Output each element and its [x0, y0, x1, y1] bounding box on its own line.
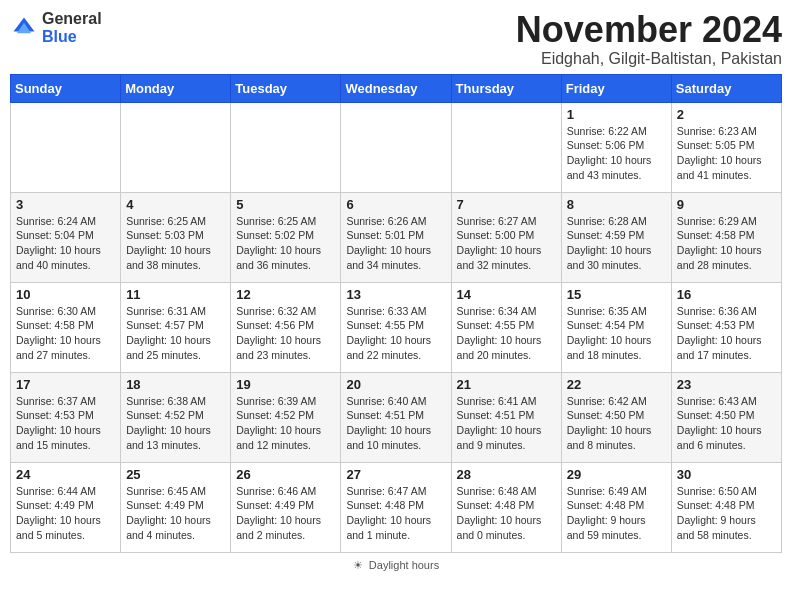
day-number: 12: [236, 287, 335, 302]
calendar-cell: 9Sunrise: 6:29 AM Sunset: 4:58 PM Daylig…: [671, 192, 781, 282]
logo-general: General: [42, 10, 102, 28]
day-number: 21: [457, 377, 556, 392]
logo: General Blue: [10, 10, 102, 45]
calendar-cell: 11Sunrise: 6:31 AM Sunset: 4:57 PM Dayli…: [121, 282, 231, 372]
calendar-cell: 14Sunrise: 6:34 AM Sunset: 4:55 PM Dayli…: [451, 282, 561, 372]
calendar-cell: [11, 102, 121, 192]
calendar-cell: 7Sunrise: 6:27 AM Sunset: 5:00 PM Daylig…: [451, 192, 561, 282]
calendar-cell: 5Sunrise: 6:25 AM Sunset: 5:02 PM Daylig…: [231, 192, 341, 282]
calendar-cell: 10Sunrise: 6:30 AM Sunset: 4:58 PM Dayli…: [11, 282, 121, 372]
calendar-cell: [121, 102, 231, 192]
calendar-cell: 24Sunrise: 6:44 AM Sunset: 4:49 PM Dayli…: [11, 462, 121, 552]
calendar-cell: 16Sunrise: 6:36 AM Sunset: 4:53 PM Dayli…: [671, 282, 781, 372]
calendar-cell: 20Sunrise: 6:40 AM Sunset: 4:51 PM Dayli…: [341, 372, 451, 462]
day-info: Sunrise: 6:24 AM Sunset: 5:04 PM Dayligh…: [16, 214, 115, 273]
title-block: November 2024 Eidghah, Gilgit-Baltistan,…: [516, 10, 782, 68]
day-number: 22: [567, 377, 666, 392]
day-number: 3: [16, 197, 115, 212]
day-number: 28: [457, 467, 556, 482]
day-info: Sunrise: 6:39 AM Sunset: 4:52 PM Dayligh…: [236, 394, 335, 453]
calendar-cell: 15Sunrise: 6:35 AM Sunset: 4:54 PM Dayli…: [561, 282, 671, 372]
calendar-week-row: 17Sunrise: 6:37 AM Sunset: 4:53 PM Dayli…: [11, 372, 782, 462]
day-info: Sunrise: 6:33 AM Sunset: 4:55 PM Dayligh…: [346, 304, 445, 363]
calendar-cell: 27Sunrise: 6:47 AM Sunset: 4:48 PM Dayli…: [341, 462, 451, 552]
calendar-cell: [451, 102, 561, 192]
day-info: Sunrise: 6:35 AM Sunset: 4:54 PM Dayligh…: [567, 304, 666, 363]
calendar-cell: [231, 102, 341, 192]
day-info: Sunrise: 6:22 AM Sunset: 5:06 PM Dayligh…: [567, 124, 666, 183]
day-number: 7: [457, 197, 556, 212]
day-number: 5: [236, 197, 335, 212]
day-number: 11: [126, 287, 225, 302]
day-number: 27: [346, 467, 445, 482]
calendar-table: SundayMondayTuesdayWednesdayThursdayFrid…: [10, 74, 782, 553]
calendar-week-row: 1Sunrise: 6:22 AM Sunset: 5:06 PM Daylig…: [11, 102, 782, 192]
day-number: 10: [16, 287, 115, 302]
location: Eidghah, Gilgit-Baltistan, Pakistan: [516, 50, 782, 68]
calendar-cell: 26Sunrise: 6:46 AM Sunset: 4:49 PM Dayli…: [231, 462, 341, 552]
day-number: 17: [16, 377, 115, 392]
day-header-thursday: Thursday: [451, 74, 561, 102]
calendar-week-row: 24Sunrise: 6:44 AM Sunset: 4:49 PM Dayli…: [11, 462, 782, 552]
day-info: Sunrise: 6:28 AM Sunset: 4:59 PM Dayligh…: [567, 214, 666, 273]
day-number: 20: [346, 377, 445, 392]
day-info: Sunrise: 6:46 AM Sunset: 4:49 PM Dayligh…: [236, 484, 335, 543]
calendar-week-row: 3Sunrise: 6:24 AM Sunset: 5:04 PM Daylig…: [11, 192, 782, 282]
calendar-header-row: SundayMondayTuesdayWednesdayThursdayFrid…: [11, 74, 782, 102]
logo-icon: [10, 14, 38, 42]
calendar-cell: 25Sunrise: 6:45 AM Sunset: 4:49 PM Dayli…: [121, 462, 231, 552]
day-info: Sunrise: 6:29 AM Sunset: 4:58 PM Dayligh…: [677, 214, 776, 273]
calendar-cell: 8Sunrise: 6:28 AM Sunset: 4:59 PM Daylig…: [561, 192, 671, 282]
calendar-cell: 17Sunrise: 6:37 AM Sunset: 4:53 PM Dayli…: [11, 372, 121, 462]
day-info: Sunrise: 6:26 AM Sunset: 5:01 PM Dayligh…: [346, 214, 445, 273]
calendar-cell: 13Sunrise: 6:33 AM Sunset: 4:55 PM Dayli…: [341, 282, 451, 372]
day-info: Sunrise: 6:44 AM Sunset: 4:49 PM Dayligh…: [16, 484, 115, 543]
day-number: 13: [346, 287, 445, 302]
day-number: 6: [346, 197, 445, 212]
day-number: 2: [677, 107, 776, 122]
day-info: Sunrise: 6:41 AM Sunset: 4:51 PM Dayligh…: [457, 394, 556, 453]
day-info: Sunrise: 6:25 AM Sunset: 5:03 PM Dayligh…: [126, 214, 225, 273]
day-number: 1: [567, 107, 666, 122]
day-header-sunday: Sunday: [11, 74, 121, 102]
calendar-cell: 18Sunrise: 6:38 AM Sunset: 4:52 PM Dayli…: [121, 372, 231, 462]
page-header: General Blue November 2024 Eidghah, Gilg…: [10, 10, 782, 68]
calendar-cell: 19Sunrise: 6:39 AM Sunset: 4:52 PM Dayli…: [231, 372, 341, 462]
day-number: 25: [126, 467, 225, 482]
day-info: Sunrise: 6:48 AM Sunset: 4:48 PM Dayligh…: [457, 484, 556, 543]
day-header-tuesday: Tuesday: [231, 74, 341, 102]
day-number: 29: [567, 467, 666, 482]
day-info: Sunrise: 6:47 AM Sunset: 4:48 PM Dayligh…: [346, 484, 445, 543]
day-header-wednesday: Wednesday: [341, 74, 451, 102]
day-number: 26: [236, 467, 335, 482]
day-info: Sunrise: 6:23 AM Sunset: 5:05 PM Dayligh…: [677, 124, 776, 183]
day-header-saturday: Saturday: [671, 74, 781, 102]
calendar-cell: [341, 102, 451, 192]
calendar-cell: 21Sunrise: 6:41 AM Sunset: 4:51 PM Dayli…: [451, 372, 561, 462]
day-info: Sunrise: 6:43 AM Sunset: 4:50 PM Dayligh…: [677, 394, 776, 453]
day-number: 16: [677, 287, 776, 302]
day-info: Sunrise: 6:37 AM Sunset: 4:53 PM Dayligh…: [16, 394, 115, 453]
day-info: Sunrise: 6:25 AM Sunset: 5:02 PM Dayligh…: [236, 214, 335, 273]
day-info: Sunrise: 6:36 AM Sunset: 4:53 PM Dayligh…: [677, 304, 776, 363]
day-info: Sunrise: 6:34 AM Sunset: 4:55 PM Dayligh…: [457, 304, 556, 363]
sun-icon: ☀: [353, 559, 363, 572]
calendar-cell: 29Sunrise: 6:49 AM Sunset: 4:48 PM Dayli…: [561, 462, 671, 552]
day-info: Sunrise: 6:38 AM Sunset: 4:52 PM Dayligh…: [126, 394, 225, 453]
calendar-cell: 28Sunrise: 6:48 AM Sunset: 4:48 PM Dayli…: [451, 462, 561, 552]
calendar-cell: 2Sunrise: 6:23 AM Sunset: 5:05 PM Daylig…: [671, 102, 781, 192]
day-info: Sunrise: 6:50 AM Sunset: 4:48 PM Dayligh…: [677, 484, 776, 543]
day-info: Sunrise: 6:30 AM Sunset: 4:58 PM Dayligh…: [16, 304, 115, 363]
calendar-week-row: 10Sunrise: 6:30 AM Sunset: 4:58 PM Dayli…: [11, 282, 782, 372]
calendar-cell: 23Sunrise: 6:43 AM Sunset: 4:50 PM Dayli…: [671, 372, 781, 462]
day-info: Sunrise: 6:32 AM Sunset: 4:56 PM Dayligh…: [236, 304, 335, 363]
day-number: 23: [677, 377, 776, 392]
calendar-cell: 1Sunrise: 6:22 AM Sunset: 5:06 PM Daylig…: [561, 102, 671, 192]
day-number: 4: [126, 197, 225, 212]
day-number: 14: [457, 287, 556, 302]
calendar-cell: 22Sunrise: 6:42 AM Sunset: 4:50 PM Dayli…: [561, 372, 671, 462]
day-info: Sunrise: 6:31 AM Sunset: 4:57 PM Dayligh…: [126, 304, 225, 363]
day-number: 19: [236, 377, 335, 392]
day-number: 30: [677, 467, 776, 482]
calendar-cell: 30Sunrise: 6:50 AM Sunset: 4:48 PM Dayli…: [671, 462, 781, 552]
